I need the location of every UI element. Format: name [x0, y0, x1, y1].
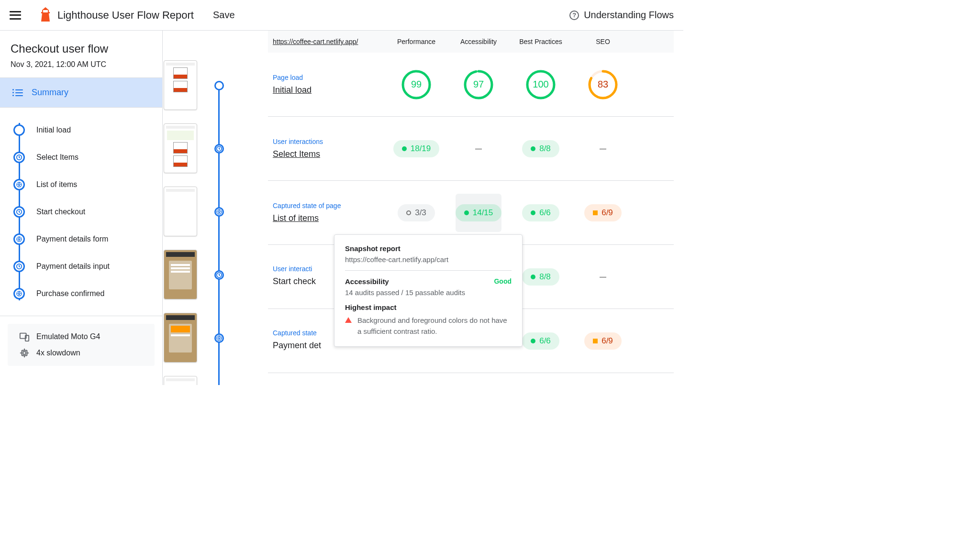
circle-icon [13, 124, 25, 136]
score-pill[interactable]: 3/3 [398, 204, 435, 221]
score-pill[interactable]: 18/19 [393, 140, 440, 157]
report-url[interactable]: https://coffee-cart.netlify.app/ [273, 38, 358, 45]
help-link-label: Understanding Flows [584, 10, 674, 21]
popover-title: Snapshot report [345, 244, 512, 253]
clock-icon [214, 144, 224, 154]
aperture-icon [13, 233, 25, 245]
clock-icon [214, 270, 224, 280]
svg-rect-0 [43, 10, 48, 12]
sidebar: Checkout user flow Nov 3, 2021, 12:00 AM… [0, 31, 163, 385]
thumbnail-1[interactable] [163, 123, 268, 173]
score-pill[interactable]: 6/6 [522, 332, 559, 350]
thumbnail-4[interactable] [163, 313, 268, 363]
nav-step-2[interactable]: List of items [13, 171, 162, 198]
aperture-icon [13, 288, 25, 299]
thumbnail-2[interactable] [163, 187, 268, 236]
not-applicable: — [475, 145, 482, 153]
nav-step-6[interactable]: Purchase confirmed [13, 280, 162, 307]
aperture-icon [214, 207, 224, 217]
col-accessibility: Accessibility [447, 38, 510, 45]
nav-step-0[interactable]: Initial load [13, 116, 162, 143]
clock-icon [13, 152, 25, 163]
menu-icon[interactable] [10, 11, 21, 20]
score-gauge[interactable]: 83 [588, 69, 618, 100]
env-throttle: 4x slowdown [36, 349, 80, 357]
score-pill[interactable]: 6/6 [522, 204, 559, 221]
aperture-icon [214, 333, 224, 343]
nav-step-1[interactable]: Select Items [13, 143, 162, 171]
table-row: User interactions Select Items 18/19—8/8… [268, 117, 674, 181]
nav-summary[interactable]: Summary [0, 78, 162, 107]
flow-title: Checkout user flow [11, 42, 152, 55]
popover-impact-title: Highest impact [345, 303, 512, 311]
step-type-label: Captured state of page [273, 202, 385, 209]
step-name-link[interactable]: Initial load [273, 85, 385, 95]
svg-rect-9 [22, 351, 27, 356]
top-bar: Lighthouse User Flow Report Save ? Under… [0, 0, 683, 31]
score-pill[interactable]: 8/8 [522, 268, 559, 286]
popover-url: https://coffee-cart.netlify.app/cart [345, 255, 512, 264]
circle-icon [214, 81, 224, 90]
save-link[interactable]: Save [213, 10, 235, 21]
help-link[interactable]: ? Understanding Flows [569, 10, 674, 21]
warning-icon [345, 317, 352, 323]
score-gauge[interactable]: 99 [401, 69, 432, 100]
flow-date: Nov 3, 2021, 12:00 AM UTC [11, 60, 152, 69]
popover-subtitle: 14 audits passed / 15 passable audits [345, 288, 512, 297]
thumbnail-3[interactable] [163, 250, 268, 299]
popover-impact-text: Background and foreground colors do not … [357, 315, 512, 337]
timeline-thumbnails [163, 31, 268, 385]
cpu-icon [19, 348, 30, 358]
clock-icon [13, 206, 25, 218]
nav-step-3[interactable]: Start checkout [13, 198, 162, 225]
score-pill[interactable]: 6/9 [584, 332, 622, 350]
thumbnail-0[interactable] [163, 60, 268, 110]
not-applicable: — [600, 273, 606, 281]
aperture-icon [13, 179, 25, 190]
help-icon: ? [569, 11, 579, 20]
environment-panel: Emulated Moto G4 4x slowdown [8, 324, 155, 366]
score-pill[interactable]: 6/9 [584, 204, 622, 221]
tooltip-popover: Snapshot report https://coffee-cart.netl… [334, 234, 523, 347]
nav-step-4[interactable]: Payment details form [13, 225, 162, 253]
not-applicable: — [600, 145, 606, 153]
env-device: Emulated Moto G4 [36, 332, 100, 341]
popover-status: Good [494, 277, 512, 286]
score-pill[interactable]: 8/8 [522, 140, 559, 157]
score-gauge[interactable]: 100 [525, 69, 556, 100]
nav-step-5[interactable]: Payment details input [13, 253, 162, 280]
step-name-link[interactable]: Select Items [273, 149, 385, 159]
col-seo: SEO [572, 38, 634, 45]
score-gauge[interactable]: 97 [463, 69, 494, 100]
svg-rect-10 [23, 352, 26, 354]
clock-icon [13, 261, 25, 272]
col-best-practices: Best Practices [510, 38, 572, 45]
popover-category: Accessibility [345, 277, 389, 286]
lighthouse-icon [40, 7, 51, 23]
score-pill[interactable]: 14/15 [456, 204, 502, 221]
thumbnail-5[interactable] [163, 376, 268, 385]
step-name-link[interactable]: List of items [273, 213, 385, 223]
step-type-label: Page load [273, 74, 385, 81]
list-icon [12, 89, 23, 96]
step-type-label: User interactions [273, 138, 385, 145]
device-icon [19, 331, 30, 342]
step-nav: Initial loadSelect ItemsList of itemsSta… [0, 108, 162, 316]
col-performance: Performance [385, 38, 447, 45]
page-title: Lighthouse User Flow Report [57, 9, 194, 22]
table-row: Page load Initial load 99 97 100 83 [268, 53, 674, 117]
